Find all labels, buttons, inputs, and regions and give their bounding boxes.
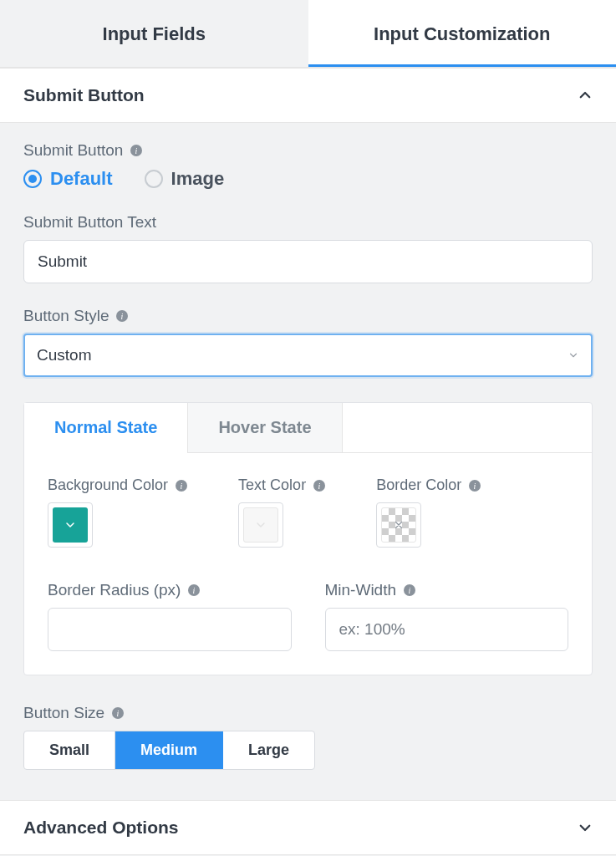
accordion-advanced-options[interactable]: Advanced Options (0, 800, 616, 855)
radio-default[interactable]: Default (23, 168, 113, 190)
svg-text:i: i (117, 709, 120, 718)
chevron-up-icon (578, 88, 593, 103)
border-radius-input[interactable] (48, 608, 292, 651)
info-icon[interactable]: i (111, 706, 125, 720)
border-color-field: Border Color i (376, 476, 481, 548)
label-text: Border Radius (px) (48, 581, 181, 599)
color-swatch-icon (53, 507, 88, 543)
radio-default-label: Default (50, 168, 113, 190)
svg-text:i: i (318, 481, 321, 490)
accordion-submit-button[interactable]: Submit Button (0, 68, 616, 123)
info-icon[interactable]: i (187, 583, 201, 597)
svg-text:i: i (121, 312, 124, 321)
settings-tabs: Input Fields Input Customization (0, 0, 616, 68)
svg-text:i: i (193, 586, 196, 595)
svg-text:i: i (135, 146, 138, 155)
radio-icon (145, 170, 163, 188)
label-text: Button Style (23, 307, 109, 325)
tab-normal-state[interactable]: Normal State (24, 403, 188, 452)
radio-image[interactable]: Image (145, 168, 225, 190)
label-text: Min-Width (325, 581, 397, 599)
tab-input-fields[interactable]: Input Fields (0, 0, 308, 67)
svg-text:i: i (181, 481, 183, 490)
info-icon[interactable]: i (403, 583, 416, 597)
label-text: Button Size (23, 704, 104, 722)
svg-text:i: i (409, 586, 411, 595)
label-text: Border Color (376, 476, 461, 494)
min-width-field: Min-Width i (325, 581, 569, 651)
button-style-label: Button Style i (23, 307, 593, 325)
info-icon[interactable]: i (175, 479, 188, 492)
button-style-value: Custom (23, 334, 593, 377)
tab-input-customization[interactable]: Input Customization (308, 0, 617, 67)
accordion-submit-button-title: Submit Button (23, 85, 145, 105)
button-state-card: Normal State Hover State Background Colo… (23, 402, 593, 675)
button-size-field: Button Size i Small Medium Large (23, 704, 593, 770)
state-tabs: Normal State Hover State (24, 403, 592, 453)
tab-hover-state[interactable]: Hover State (188, 403, 342, 452)
submit-button-section: Submit Button i Default Image Submit But… (0, 123, 616, 800)
background-color-swatch[interactable] (48, 502, 93, 548)
info-icon[interactable]: i (468, 479, 481, 492)
label-text: Text Color (238, 476, 306, 494)
border-radius-field: Border Radius (px) i (48, 581, 292, 651)
info-icon[interactable]: i (313, 479, 326, 492)
submit-button-type-radios: Default Image (23, 168, 593, 190)
radio-image-label: Image (171, 168, 225, 190)
svg-text:i: i (474, 481, 476, 490)
submit-button-text-input[interactable] (23, 240, 593, 283)
submit-button-text-label: Submit Button Text (23, 213, 593, 232)
border-color-swatch[interactable] (376, 502, 421, 548)
size-small[interactable]: Small (24, 731, 115, 769)
info-icon[interactable]: i (115, 309, 129, 323)
size-large[interactable]: Large (223, 731, 314, 769)
button-style-select[interactable]: Custom (23, 334, 593, 377)
background-color-field: Background Color i (48, 476, 188, 548)
submit-button-type-label: Submit Button i (23, 141, 593, 160)
radio-icon (23, 170, 42, 188)
label-text: Submit Button (23, 141, 123, 160)
color-swatch-icon (381, 507, 416, 543)
text-color-swatch[interactable] (238, 502, 283, 548)
chevron-down-icon (578, 820, 593, 835)
color-swatch-icon (243, 507, 278, 543)
accordion-advanced-options-title: Advanced Options (23, 818, 179, 838)
button-size-group: Small Medium Large (23, 731, 315, 770)
size-medium[interactable]: Medium (115, 731, 223, 769)
min-width-input[interactable] (325, 608, 569, 651)
label-text: Submit Button Text (23, 213, 156, 232)
state-card-body: Background Color i Text Color (24, 453, 592, 675)
info-icon[interactable]: i (130, 144, 143, 157)
text-color-field: Text Color i (238, 476, 326, 548)
label-text: Background Color (48, 476, 168, 494)
